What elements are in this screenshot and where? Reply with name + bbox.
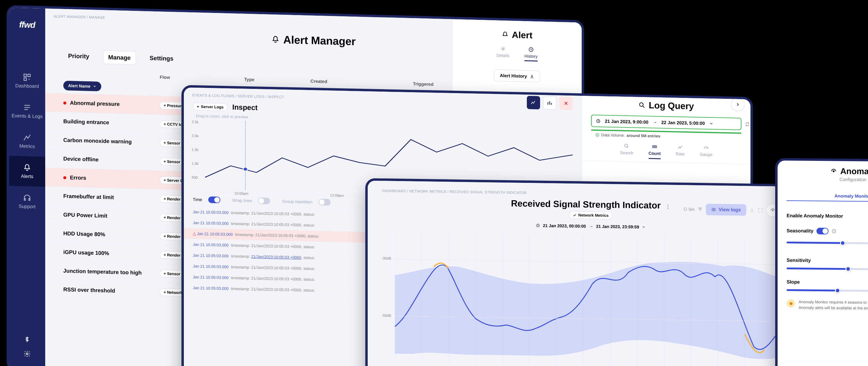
svg-rect-2 <box>24 78 27 80</box>
zoom-label[interactable]: 5m <box>683 207 694 212</box>
anomaly-icon <box>770 207 776 213</box>
tab-priority[interactable]: Priority <box>63 49 94 64</box>
sidebar-item-support[interactable]: Support <box>9 186 45 217</box>
bar-chart-mode-button[interactable] <box>543 96 556 110</box>
sensitivity-label: Sensitivity <box>786 258 811 263</box>
svg-point-4 <box>26 353 28 355</box>
server-logs-chip[interactable]: + Server Logs <box>193 102 227 110</box>
chevron-right-icon <box>735 102 740 107</box>
enable-label: Enable Anomaly Monitor <box>786 213 843 219</box>
slope-slider[interactable] <box>786 289 868 292</box>
bell-icon <box>271 35 280 44</box>
rate-icon <box>677 144 683 150</box>
search-icon <box>624 143 629 149</box>
counter-icon <box>652 144 658 150</box>
clock-icon <box>528 46 534 53</box>
view-logs-button[interactable]: View logs <box>706 204 746 216</box>
gear-icon <box>500 46 506 52</box>
svg-point-15 <box>713 209 714 210</box>
sidebar-item-metrics[interactable]: Metrics <box>9 126 45 157</box>
wrap-lines-toggle[interactable] <box>258 197 270 204</box>
tab-search[interactable]: Search <box>620 143 633 159</box>
time-toggle-label: Time <box>193 197 202 202</box>
rssi-window: ✕ DASHBOARDNETWORK METRICSRECEIVED SIGNA… <box>368 181 814 366</box>
metrics-icon <box>23 133 31 142</box>
anomaly-info: ◉ Anomaly Monitor requires 4 seasons to … <box>786 299 868 312</box>
slope-label: Slope <box>786 279 800 285</box>
alert-history-button[interactable]: Alert History <box>494 69 540 82</box>
info-icon[interactable] <box>832 229 836 233</box>
gear-icon[interactable] <box>24 350 31 358</box>
download-icon <box>530 74 534 79</box>
svg-point-36 <box>833 170 835 172</box>
tab-count[interactable]: Count <box>649 144 661 159</box>
sensitivity-slider[interactable] <box>786 267 868 270</box>
seasonality-slider[interactable] <box>786 242 868 244</box>
search-icon <box>638 101 646 109</box>
sidebar-item-label: Metrics <box>19 143 35 149</box>
tab-rate[interactable]: Rate <box>676 144 685 160</box>
alert-name-chip[interactable]: Alert Name <box>63 81 101 91</box>
chevron-down-icon <box>93 85 96 88</box>
svg-point-14 <box>684 208 687 210</box>
eye-icon <box>711 207 716 212</box>
bell-icon <box>23 163 31 172</box>
bar-chart-icon <box>547 100 553 106</box>
tab-manage[interactable]: Manage <box>103 50 135 65</box>
svg-rect-0 <box>24 74 27 76</box>
sidebar-item-label: Events & Logs <box>11 113 42 119</box>
sidebar-item-dashboard[interactable]: Dashboard <box>9 65 45 96</box>
check-circle-icon <box>595 133 599 137</box>
svg-rect-1 <box>28 74 30 76</box>
info-icon: ◉ <box>786 299 795 307</box>
brand-logo: ffwd <box>19 20 35 30</box>
tab-gauge[interactable]: Gauge <box>700 144 712 160</box>
network-metrics-chip[interactable]: Network Metrics <box>569 211 613 219</box>
metrics-icon <box>573 213 577 217</box>
date-range-picker[interactable]: 21 Jan 2023, 9:00:00 → 22 Jan 2023, 5:00… <box>591 115 741 130</box>
svg-point-5 <box>502 48 504 49</box>
sidebar-item-events-logs[interactable]: Events & Logs <box>9 96 45 127</box>
tab-settings[interactable]: Settings <box>145 52 179 66</box>
anomaly-monitor-tab[interactable]: Anomaly Monitor <box>786 187 868 202</box>
forward-arrow-button[interactable] <box>731 98 744 111</box>
svg-point-8 <box>243 167 248 171</box>
svg-point-11 <box>596 133 599 136</box>
chevron-down-icon <box>709 121 713 125</box>
time-toggle[interactable] <box>208 196 220 203</box>
dashboard-icon <box>23 73 31 81</box>
chevron-down-icon <box>642 225 646 229</box>
dollar-icon[interactable] <box>24 336 31 343</box>
svg-point-12 <box>625 144 628 147</box>
svg-point-16 <box>772 210 774 211</box>
maximize-icon[interactable] <box>758 207 763 213</box>
gauge-icon <box>703 144 709 151</box>
group-toggle-label: Group repetition <box>282 199 312 204</box>
clock-icon <box>683 207 687 211</box>
headset-icon <box>23 193 31 202</box>
group-repetition-toggle[interactable] <box>318 199 331 206</box>
seasonality-toggle[interactable] <box>816 228 829 234</box>
rssi-chart[interactable]: -30dB -50dB <box>395 233 799 366</box>
download-icon[interactable] <box>749 207 755 213</box>
clock-icon <box>536 223 540 227</box>
filter-icon[interactable] <box>698 207 703 212</box>
anomaly-icon <box>830 167 837 175</box>
seasonality-label: Seasonality <box>786 228 813 234</box>
sidebar-item-label: Support <box>19 204 36 209</box>
svg-point-3 <box>29 79 30 80</box>
close-button[interactable] <box>559 96 572 110</box>
date-range[interactable]: 21 Jan 2023, 00:00:00 → 21 Jan 2023, 23:… <box>374 219 808 236</box>
drawer-tab-history[interactable]: History <box>524 46 538 62</box>
drawer-tab-details[interactable]: Details <box>496 45 509 61</box>
sidebar-item-alerts[interactable]: Alerts <box>9 156 45 187</box>
line-chart-mode-button[interactable] <box>527 96 540 109</box>
clock-icon <box>596 119 601 123</box>
log-query-title: Log Query <box>638 100 694 111</box>
anomaly-config-panel: Anomaly Configuration Anomaly Monitor En… <box>778 161 868 366</box>
sidebar: ffwd Dashboard Events & Logs Metrics Ale… <box>9 7 45 366</box>
logs-icon <box>23 103 31 112</box>
sidebar-item-label: Alerts <box>21 173 33 179</box>
anomaly-title: Anomaly <box>786 166 868 177</box>
refresh-icon[interactable] <box>745 122 750 127</box>
